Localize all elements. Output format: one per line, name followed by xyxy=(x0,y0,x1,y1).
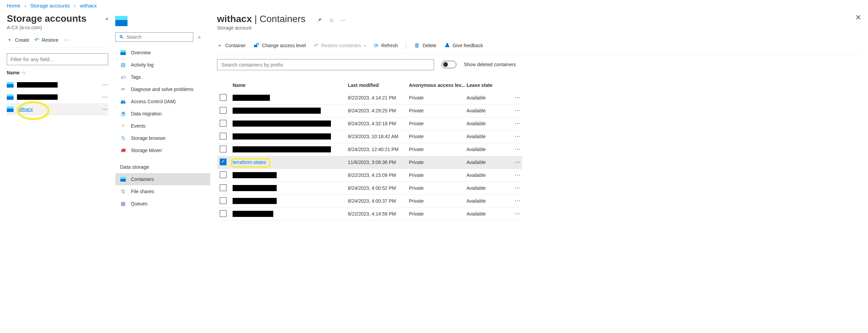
storage-accounts-title: Storage accounts « xyxy=(7,13,108,24)
menu-item-queues[interactable]: ▦Queues xyxy=(115,198,210,210)
menu-item-overview[interactable]: Overview xyxy=(115,47,210,59)
browser-icon: 📁︎ xyxy=(120,135,126,141)
storage-icon xyxy=(7,82,14,88)
cell-access: Private xyxy=(409,198,467,204)
row-checkbox[interactable] xyxy=(220,197,226,204)
resource-menu: 🔍︎ « Overview▤Activity log🏷︎Tags✂︎Diagno… xyxy=(115,11,210,223)
table-row[interactable]: 8/24/2023, 4:32:18 PMPrivateAvailable··· xyxy=(217,117,522,130)
redacted-name xyxy=(233,146,331,152)
table-row[interactable]: 8/23/2023, 10:18:42 AMPrivateAvailable··… xyxy=(217,130,522,143)
more-actions-icon[interactable]: ··· xyxy=(64,36,71,43)
pin-icon[interactable]: 📌︎ xyxy=(316,17,322,24)
menu-item-tags[interactable]: 🏷︎Tags xyxy=(115,71,210,83)
search-containers-input[interactable] xyxy=(217,59,434,70)
change-access-button[interactable]: 🔓︎ Change access level xyxy=(254,42,306,49)
row-more-icon[interactable]: ··· xyxy=(102,107,108,112)
storage-account-row[interactable]: withacx··· xyxy=(7,103,108,115)
redacted-name xyxy=(233,211,273,217)
col-lease[interactable]: Lease state xyxy=(467,82,507,88)
row-more-icon[interactable]: ··· xyxy=(507,211,521,217)
menu-item-migration[interactable]: 📦︎Data migration xyxy=(115,108,210,120)
table-row[interactable]: 8/24/2023, 12:40:21 PMPrivateAvailable··… xyxy=(217,143,522,156)
table-row[interactable]: 8/24/2023, 4:00:52 PMPrivateAvailable··· xyxy=(217,182,522,195)
table-row[interactable]: 8/24/2023, 4:29:25 PMPrivateAvailable··· xyxy=(217,105,522,117)
cell-modified: 8/24/2023, 4:29:25 PM xyxy=(348,108,409,113)
menu-item-label: Storage browser xyxy=(131,135,166,141)
storage-account-row[interactable]: ··· xyxy=(7,79,108,91)
cell-lease: Available xyxy=(467,172,507,178)
table-row[interactable]: 8/22/2023, 4:14:21 PMPrivateAvailable··· xyxy=(217,92,522,105)
cell-lease: Available xyxy=(467,121,507,126)
menu-item-mover[interactable]: 🚚︎Storage Mover xyxy=(115,144,210,156)
row-more-icon[interactable]: ··· xyxy=(507,198,521,204)
row-more-icon[interactable]: ··· xyxy=(507,108,521,113)
cell-access: Private xyxy=(409,172,467,178)
filter-input[interactable] xyxy=(7,53,108,65)
menu-item-label: Overview xyxy=(131,50,151,55)
table-row[interactable]: 8/24/2023, 4:00:37 PMPrivateAvailable··· xyxy=(217,195,522,208)
close-icon[interactable]: ✕ xyxy=(855,13,861,22)
row-more-icon[interactable]: ··· xyxy=(507,172,521,178)
row-more-icon[interactable]: ··· xyxy=(102,82,108,88)
row-more-icon[interactable]: ··· xyxy=(507,160,521,165)
table-row[interactable]: terraform-states11/6/2023, 3:06:36 PMPri… xyxy=(217,156,522,169)
menu-item-diagnose[interactable]: ✂︎Diagnose and solve problems xyxy=(115,83,210,95)
row-checkbox[interactable] xyxy=(220,120,226,127)
col-access[interactable]: Anonymous access lev... xyxy=(409,82,467,88)
row-checkbox[interactable] xyxy=(220,107,226,114)
star-icon[interactable]: ☆ xyxy=(329,17,334,24)
menu-item-browser[interactable]: 📁︎Storage browser xyxy=(115,132,210,144)
row-more-icon[interactable]: ··· xyxy=(507,147,521,152)
storage-account-link[interactable]: withacx xyxy=(17,107,33,112)
feedback-button[interactable]: 👤︎ Give feedback xyxy=(445,42,483,49)
queues-icon: ▦ xyxy=(120,201,126,207)
name-column-header[interactable]: Name ↑↓ xyxy=(7,65,108,79)
menu-item-activitylog[interactable]: ▤Activity log xyxy=(115,59,210,71)
refresh-button[interactable]: ⟳ Refresh xyxy=(374,42,398,49)
menu-item-events[interactable]: ⚡︎Events xyxy=(115,120,210,132)
storage-account-row[interactable]: ··· xyxy=(7,91,108,103)
row-more-icon[interactable]: ··· xyxy=(507,185,521,191)
breadcrumb-home[interactable]: Home xyxy=(7,3,20,8)
row-more-icon[interactable]: ··· xyxy=(507,134,521,139)
row-checkbox[interactable] xyxy=(220,171,226,178)
delete-button[interactable]: 🗑︎ Delete xyxy=(414,42,436,49)
redacted-name xyxy=(233,121,331,127)
tenant-subtitle: A-CX (a-cx.com) xyxy=(7,25,108,30)
cell-access: Private xyxy=(409,108,467,113)
row-checkbox[interactable] xyxy=(220,146,226,152)
menu-item-label: Activity log xyxy=(131,62,154,68)
row-more-icon[interactable]: ··· xyxy=(507,121,521,126)
redacted-name xyxy=(17,82,58,88)
menu-item-fileshares[interactable]: 📁︎File shares xyxy=(115,185,210,198)
show-deleted-toggle[interactable] xyxy=(441,61,456,68)
menu-item-iam[interactable]: 👥︎Access Control (IAM) xyxy=(115,95,210,108)
breadcrumb-storage-accounts[interactable]: Storage accounts xyxy=(30,3,70,8)
cell-access: Private xyxy=(409,121,467,126)
row-checkbox[interactable] xyxy=(220,94,226,101)
cell-modified: 8/24/2023, 12:40:21 PM xyxy=(348,147,409,152)
table-row[interactable]: 8/22/2023, 4:14:59 PMPrivateAvailable··· xyxy=(217,208,522,221)
breadcrumb-current[interactable]: withacx xyxy=(80,3,97,8)
restore-button[interactable]: ↶ Restore xyxy=(35,37,58,43)
collapse-menu-icon[interactable]: « xyxy=(198,34,201,40)
col-name[interactable]: Name xyxy=(233,82,348,88)
collapse-left-icon[interactable]: « xyxy=(105,16,108,21)
menu-item-containers[interactable]: Containers xyxy=(115,173,210,185)
container-link[interactable]: terraform-states xyxy=(233,160,266,165)
row-checkbox[interactable] xyxy=(220,184,226,191)
col-modified[interactable]: Last modified xyxy=(348,82,409,88)
row-more-icon[interactable]: ··· xyxy=(507,95,521,100)
row-checkbox[interactable] xyxy=(220,159,226,165)
more-icon[interactable]: ··· xyxy=(341,17,346,24)
row-checkbox[interactable] xyxy=(220,210,226,217)
table-row[interactable]: 8/22/2023, 4:15:09 PMPrivateAvailable··· xyxy=(217,169,522,182)
cell-lease: Available xyxy=(467,147,507,152)
new-container-button[interactable]: ＋ Container xyxy=(217,42,246,49)
create-button[interactable]: ＋ Create xyxy=(7,36,29,43)
events-icon: ⚡︎ xyxy=(120,123,126,129)
row-more-icon[interactable]: ··· xyxy=(102,94,108,100)
trash-icon: 🗑︎ xyxy=(414,42,420,49)
menu-search-input[interactable]: 🔍︎ xyxy=(115,32,193,42)
row-checkbox[interactable] xyxy=(220,133,226,140)
